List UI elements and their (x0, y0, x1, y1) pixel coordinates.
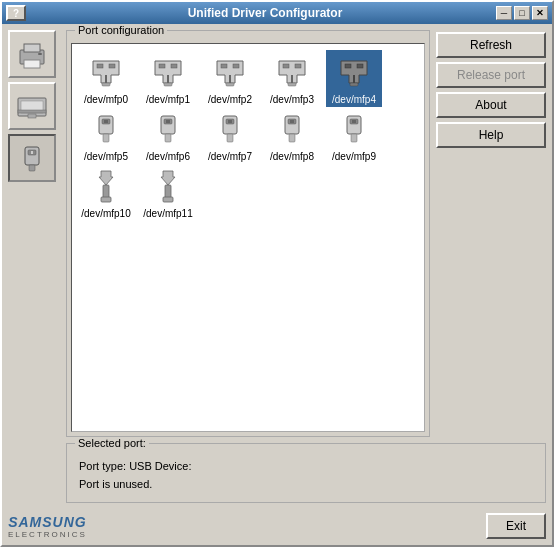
sidebar-item-printer[interactable] (8, 30, 56, 78)
svg-rect-43 (165, 134, 171, 142)
refresh-button[interactable]: Refresh (436, 32, 546, 58)
samsung-sub: ELECTRONICS (8, 530, 87, 539)
svg-rect-37 (99, 116, 113, 134)
port-item-mfp7[interactable]: /dev/mfp7 (202, 107, 258, 164)
main-area: Port configuration (66, 30, 546, 503)
port-config-section: Port configuration (66, 30, 430, 437)
release-port-button[interactable]: Release port (436, 62, 546, 88)
port-label-mfp7: /dev/mfp7 (208, 151, 252, 162)
svg-rect-60 (163, 197, 173, 202)
port-item-mfp2[interactable]: /dev/mfp2 (202, 50, 258, 107)
svg-rect-34 (357, 64, 363, 68)
svg-rect-14 (109, 64, 115, 68)
port-label-mfp5: /dev/mfp5 (84, 151, 128, 162)
svg-rect-40 (104, 120, 108, 123)
svg-rect-53 (347, 116, 361, 134)
sidebar (8, 30, 60, 503)
svg-rect-36 (350, 83, 358, 86)
selected-port-line1: Port type: USB Device: (79, 458, 533, 476)
port-item-mfp4[interactable]: /dev/mfp4 (326, 50, 382, 107)
help-button[interactable]: Help (436, 122, 546, 148)
selected-port-legend: Selected port: (75, 437, 149, 449)
svg-rect-8 (25, 147, 39, 165)
port-list-container[interactable]: /dev/mfp0 (71, 43, 425, 432)
port-item-mfp6[interactable]: /dev/mfp6 (140, 107, 196, 164)
titlebar-help-button[interactable]: ? (6, 5, 26, 21)
port-item-mfp9[interactable]: /dev/mfp9 (326, 107, 382, 164)
main-window: ? Unified Driver Configurator ─ □ ✕ (0, 0, 554, 547)
maximize-button[interactable]: □ (514, 6, 530, 20)
printer-icon (14, 36, 50, 72)
port-item-mfp8[interactable]: /dev/mfp8 (264, 107, 320, 164)
svg-rect-48 (228, 120, 232, 123)
port-label-mfp0: /dev/mfp0 (84, 94, 128, 105)
svg-rect-33 (345, 64, 351, 68)
svg-rect-23 (221, 64, 227, 68)
port-label-mfp11: /dev/mfp11 (143, 208, 192, 219)
port-label-mfp8: /dev/mfp8 (270, 151, 314, 162)
port-label-mfp6: /dev/mfp6 (146, 151, 190, 162)
port-item-mfp11[interactable]: /dev/mfp11 (140, 164, 196, 221)
port-icon-mfp3 (272, 52, 312, 92)
port-row-3: /dev/mfp10 /dev/mfp (78, 164, 418, 221)
port-item-mfp5[interactable]: /dev/mfp5 (78, 107, 134, 164)
selected-port-section: Selected port: Port type: USB Device: Po… (66, 443, 546, 503)
port-item-mfp10[interactable]: /dev/mfp10 (78, 164, 134, 221)
svg-rect-19 (171, 64, 177, 68)
titlebar: ? Unified Driver Configurator ─ □ ✕ (2, 2, 552, 24)
close-button[interactable]: ✕ (532, 6, 548, 20)
port-icon-mfp1 (148, 52, 188, 92)
minimize-button[interactable]: ─ (496, 6, 512, 20)
port-icon-mfp11 (148, 166, 188, 206)
sidebar-item-ports[interactable] (8, 134, 56, 182)
svg-rect-16 (102, 83, 110, 86)
port-item-mfp3[interactable]: /dev/mfp3 (264, 50, 320, 107)
svg-rect-39 (103, 134, 109, 142)
exit-button[interactable]: Exit (486, 513, 546, 539)
port-label-mfp1: /dev/mfp1 (146, 94, 190, 105)
port-item-mfp1[interactable]: /dev/mfp1 (140, 50, 196, 107)
samsung-brand: SAMSUNG (8, 514, 87, 530)
titlebar-controls: ─ □ ✕ (496, 6, 548, 20)
port-icon-mfp6 (148, 109, 188, 149)
svg-rect-21 (164, 83, 172, 86)
svg-rect-1 (24, 44, 40, 52)
titlebar-title: Unified Driver Configurator (34, 6, 496, 20)
svg-rect-52 (290, 120, 294, 123)
svg-rect-10 (29, 165, 35, 171)
port-icon-mfp0 (86, 52, 126, 92)
svg-rect-3 (38, 53, 42, 55)
buttons-panel: Refresh Release port About Help (436, 30, 546, 437)
svg-rect-58 (101, 197, 111, 202)
svg-rect-6 (18, 110, 46, 113)
about-button[interactable]: About (436, 92, 546, 118)
port-label-mfp2: /dev/mfp2 (208, 94, 252, 105)
bottom-bar: SAMSUNG ELECTRONICS Exit (2, 509, 552, 545)
svg-rect-18 (159, 64, 165, 68)
port-config-legend: Port configuration (75, 24, 167, 36)
port-label-mfp3: /dev/mfp3 (270, 94, 314, 105)
svg-rect-44 (166, 120, 170, 123)
svg-rect-2 (24, 60, 40, 68)
scanner-icon (14, 88, 50, 124)
samsung-logo: SAMSUNG ELECTRONICS (8, 514, 87, 539)
port-label-mfp4: /dev/mfp4 (332, 94, 376, 105)
svg-rect-26 (226, 83, 234, 86)
main-content: Port configuration (2, 24, 552, 509)
selected-port-line2: Port is unused. (79, 476, 533, 494)
port-row-1: /dev/mfp0 (78, 50, 418, 107)
svg-rect-47 (227, 134, 233, 142)
svg-rect-56 (352, 120, 356, 123)
selected-port-content: Port type: USB Device: Port is unused. (71, 456, 541, 495)
sidebar-item-scanner[interactable] (8, 82, 56, 130)
port-icon-mfp8 (272, 109, 312, 149)
svg-rect-13 (97, 64, 103, 68)
port-row-2: /dev/mfp5 (78, 107, 418, 164)
center-panel: Port configuration (66, 30, 546, 437)
port-item-mfp0[interactable]: /dev/mfp0 (78, 50, 134, 107)
svg-rect-51 (289, 134, 295, 142)
svg-rect-31 (288, 83, 296, 86)
port-label-mfp10: /dev/mfp10 (81, 208, 130, 219)
svg-rect-41 (161, 116, 175, 134)
port-icon-mfp2 (210, 52, 250, 92)
